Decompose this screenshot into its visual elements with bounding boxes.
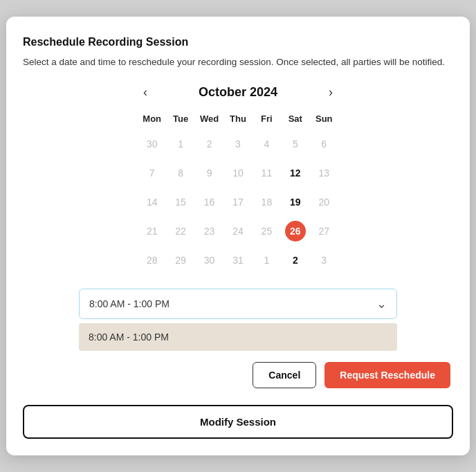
button-row: Cancel Request Reschedule bbox=[23, 362, 453, 388]
calendar-day-cell: 1 bbox=[166, 129, 194, 158]
modal-container: Reschedule Recording Session Select a da… bbox=[6, 17, 470, 455]
calendar-day-cell: 4 bbox=[253, 129, 281, 158]
calendar-week-row: 30123456 bbox=[138, 129, 338, 158]
calendar-day-cell: 23 bbox=[195, 217, 223, 246]
calendar-week-row: 21222324252627 bbox=[138, 217, 338, 246]
calendar-day-cell: 8 bbox=[166, 158, 194, 188]
calendar-grid: MonTueWedThuFriSatSun 301234567891011121… bbox=[138, 109, 338, 275]
calendar-day-cell: 25 bbox=[253, 217, 281, 246]
calendar-day-cell[interactable]: 2 bbox=[281, 246, 309, 275]
calendar-week-row: 78910111213 bbox=[138, 158, 338, 188]
modal-title: Reschedule Recording Session bbox=[23, 36, 453, 48]
time-select-box[interactable]: 8:00 AM - 1:00 PM ⌄ bbox=[79, 289, 397, 319]
calendar-day-cell[interactable]: 12 bbox=[281, 158, 309, 188]
calendar-weekdays-row: MonTueWedThuFriSatSun bbox=[138, 109, 338, 129]
calendar-day-cell: 5 bbox=[281, 129, 309, 158]
calendar-day-cell: 29 bbox=[166, 246, 194, 275]
calendar-weekday-header: Tue bbox=[166, 109, 194, 129]
calendar-day-cell: 16 bbox=[195, 188, 223, 217]
calendar-week-row: 28293031123 bbox=[138, 246, 338, 275]
calendar-week-row: 14151617181920 bbox=[138, 188, 338, 217]
prev-month-button[interactable]: ‹ bbox=[138, 82, 153, 102]
calendar-weekday-header: Fri bbox=[253, 109, 281, 129]
calendar-day-cell: 9 bbox=[195, 158, 223, 188]
calendar-day-cell: 30 bbox=[195, 246, 223, 275]
calendar-day-cell: 28 bbox=[138, 246, 166, 275]
request-reschedule-button[interactable]: Request Reschedule bbox=[324, 362, 450, 388]
calendar-day-cell: 17 bbox=[223, 188, 252, 217]
calendar-day-cell: 7 bbox=[138, 158, 166, 188]
calendar-day-cell: 15 bbox=[166, 188, 194, 217]
calendar-body: 3012345678910111213141516171819202122232… bbox=[138, 129, 338, 275]
calendar-weekday-header: Wed bbox=[195, 109, 223, 129]
calendar-day-cell: 24 bbox=[223, 217, 252, 246]
time-dropdown-wrapper: 8:00 AM - 1:00 PM ⌄ bbox=[79, 289, 397, 319]
calendar-day-cell: 3 bbox=[310, 246, 338, 275]
calendar-weekday-header: Sat bbox=[281, 109, 309, 129]
modify-session-button[interactable]: Modify Session bbox=[23, 405, 453, 439]
calendar-day-cell: 13 bbox=[310, 158, 338, 188]
calendar-day-cell: 18 bbox=[253, 188, 281, 217]
calendar-day-cell: 21 bbox=[138, 217, 166, 246]
calendar-day-cell: 2 bbox=[195, 129, 223, 158]
calendar-day-cell: 14 bbox=[138, 188, 166, 217]
calendar: ‹ October 2024 › MonTueWedThuFriSatSun 3… bbox=[138, 82, 338, 275]
calendar-day-cell: 3 bbox=[223, 129, 252, 158]
calendar-day-cell: 6 bbox=[310, 129, 338, 158]
modal-description: Select a date and time to reschedule you… bbox=[23, 55, 453, 69]
calendar-day-cell: 20 bbox=[310, 188, 338, 217]
time-select-value: 8:00 AM - 1:00 PM bbox=[89, 298, 170, 309]
calendar-day-cell[interactable]: 26 bbox=[281, 217, 309, 246]
calendar-day-cell: 31 bbox=[223, 246, 252, 275]
calendar-day-cell: 27 bbox=[310, 217, 338, 246]
calendar-month-label: October 2024 bbox=[199, 85, 277, 100]
calendar-day-cell: 1 bbox=[253, 246, 281, 275]
next-month-button[interactable]: › bbox=[323, 82, 338, 102]
calendar-day-cell: 10 bbox=[223, 158, 252, 188]
calendar-weekday-header: Thu bbox=[223, 109, 252, 129]
chevron-down-icon: ⌄ bbox=[376, 296, 387, 311]
cancel-button[interactable]: Cancel bbox=[253, 362, 316, 388]
calendar-day-cell: 30 bbox=[138, 129, 166, 158]
calendar-day-cell[interactable]: 19 bbox=[281, 188, 309, 217]
calendar-day-cell: 22 bbox=[166, 217, 194, 246]
calendar-day-cell: 11 bbox=[253, 158, 281, 188]
calendar-weekday-header: Mon bbox=[138, 109, 166, 129]
time-dropdown-option[interactable]: 8:00 AM - 1:00 PM bbox=[79, 323, 397, 351]
calendar-weekday-header: Sun bbox=[310, 109, 338, 129]
calendar-header: ‹ October 2024 › bbox=[138, 82, 338, 102]
